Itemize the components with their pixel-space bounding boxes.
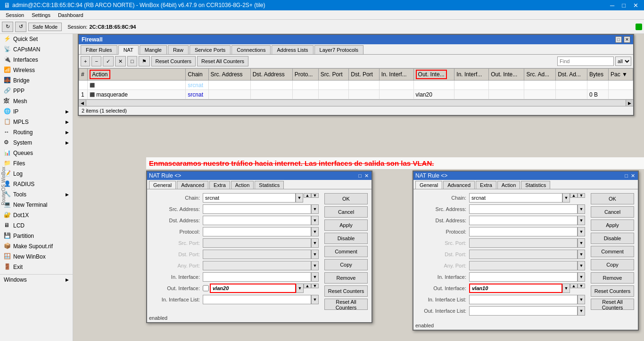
form2-outifacelist-input[interactable] — [469, 306, 578, 316]
minimize-button[interactable]: ─ — [608, 2, 616, 9]
dialog2-reset-all-counters-button[interactable]: Reset All Counters — [591, 299, 634, 310]
dialog2-cancel-button[interactable]: Cancel — [591, 206, 634, 218]
dialog2-tab-statistics[interactable]: Statistics — [521, 181, 550, 189]
sidebar-item-queues[interactable]: 📊 Queues — [0, 148, 73, 158]
disable-rule-button[interactable]: ✕ — [115, 56, 126, 66]
form1-dstaddr-arrow[interactable]: ▼ — [311, 216, 319, 225]
form2-outiface-arrow[interactable]: ▼ — [562, 284, 570, 293]
scroll-left-btn[interactable]: ◀ — [79, 100, 86, 106]
table-row[interactable]: 0 ⬛ masquerade srcnat — [79, 81, 633, 90]
sidebar-item-quickset[interactable]: ⚡ Quick Set — [0, 34, 73, 44]
dialog1-ok-button[interactable]: OK — [324, 193, 368, 204]
form1-outiface-checkbox[interactable] — [203, 284, 209, 293]
form1-srcport-arrow[interactable]: ▼ — [311, 238, 319, 248]
form2-anyport-input[interactable] — [469, 261, 578, 270]
tab-raw[interactable]: Raw — [168, 45, 189, 54]
form1-chain-input[interactable] — [203, 193, 296, 203]
sidebar-item-mpls[interactable]: 📋 MPLS ▶ — [0, 117, 73, 127]
sidebar-item-supout[interactable]: 📦 Make Supout.rif — [0, 241, 73, 252]
dialog1-cancel-button[interactable]: Cancel — [324, 206, 368, 218]
dialog1-tab-action[interactable]: Action — [231, 181, 254, 189]
form2-dstport-input[interactable] — [469, 250, 578, 259]
sidebar-item-routing[interactable]: ↔ Routing ▶ — [0, 127, 73, 138]
form2-iniface-input[interactable] — [469, 272, 578, 282]
form2-dstport-arrow[interactable]: ▼ — [578, 250, 585, 259]
form2-srcaddr-arrow[interactable]: ▼ — [578, 204, 585, 214]
form1-chain-dn-arrow[interactable]: ▼ — [311, 193, 319, 198]
form1-iniface-input[interactable] — [203, 272, 311, 282]
form1-dstport-arrow[interactable]: ▼ — [311, 250, 319, 259]
sidebar-item-capsman[interactable]: 📡 CAPsMAN — [0, 44, 73, 55]
form2-chain-dn[interactable]: ▼ — [578, 193, 585, 198]
form2-inifacelist-input[interactable] — [469, 295, 578, 304]
dialog1-maximize-btn[interactable]: □ — [357, 173, 363, 179]
filter-button[interactable]: ⚑ — [139, 56, 150, 66]
sidebar-item-wireless[interactable]: 📶 Wireless — [0, 65, 73, 75]
table-hscrollbar[interactable]: ◀ ▶ — [79, 99, 633, 106]
sidebar-item-files[interactable]: 📁 Files — [0, 158, 73, 169]
form2-chain-input[interactable] — [469, 193, 562, 203]
menu-session[interactable]: Session — [2, 11, 28, 19]
form2-dstaddr-input[interactable] — [469, 216, 578, 225]
tab-filter-rules[interactable]: Filter Rules — [81, 45, 117, 54]
reset-counters-button[interactable]: Reset Counters — [151, 56, 196, 66]
fw-maximize-button[interactable]: □ — [615, 36, 622, 43]
dialog2-remove-button[interactable]: Remove — [591, 272, 634, 284]
dialog1-disable-button[interactable]: Disable — [324, 233, 368, 244]
maximize-button[interactable]: □ — [620, 2, 627, 9]
form1-dstaddr-input[interactable] — [203, 216, 311, 225]
form2-chain-up[interactable]: ▲ — [570, 193, 578, 198]
form2-dstaddr-arrow[interactable]: ▼ — [578, 216, 585, 225]
tab-nat[interactable]: NAT — [118, 45, 139, 55]
form1-proto-arrow[interactable]: ▼ — [311, 227, 319, 236]
table-row[interactable]: 1 ⬛ masquerade srcnat — [79, 90, 633, 99]
tab-mangle[interactable]: Mangle — [140, 45, 167, 54]
fw-close-button[interactable]: ✕ — [624, 36, 630, 43]
form1-anyport-arrow[interactable]: ▼ — [311, 261, 319, 270]
dialog2-tab-general[interactable]: General — [415, 181, 442, 189]
form1-dstport-input[interactable] — [203, 250, 311, 259]
form1-inifacelist-arrow[interactable]: ▼ — [311, 295, 319, 304]
safe-mode-button[interactable]: Safe Mode — [28, 23, 62, 31]
find-input[interactable] — [557, 57, 614, 66]
sidebar-item-exit[interactable]: 🚪 Exit — [0, 262, 73, 272]
scroll-right-btn[interactable]: ▶ — [626, 100, 633, 106]
dialog2-tab-extra[interactable]: Extra — [476, 181, 496, 189]
sidebar-item-dot1x[interactable]: 🔐 Dot1X — [0, 210, 73, 220]
sidebar-item-tools[interactable]: 🔧 Tools ▶ — [0, 189, 73, 200]
form2-iniface-arrow[interactable]: ▼ — [578, 272, 585, 282]
dialog1-apply-button[interactable]: Apply — [324, 219, 368, 231]
dialog2-maximize-btn[interactable]: □ — [624, 173, 629, 179]
dialog2-disable-button[interactable]: Disable — [591, 233, 634, 244]
dialog2-ok-button[interactable]: OK — [591, 193, 634, 204]
form1-srcport-input[interactable] — [203, 238, 311, 248]
form1-srcaddr-input[interactable] — [203, 204, 311, 214]
form1-iniface-arrow[interactable]: ▼ — [311, 272, 319, 282]
add-rule-button[interactable]: + — [81, 56, 90, 66]
refresh-button[interactable]: ↻ — [2, 22, 13, 32]
form1-anyport-input[interactable] — [203, 261, 311, 270]
form2-srcport-input[interactable] — [469, 238, 578, 248]
form1-outiface-input[interactable] — [210, 284, 296, 293]
enable-rule-button[interactable]: ✓ — [103, 56, 114, 66]
sidebar-item-ppp[interactable]: 🔗 PPP — [0, 86, 73, 96]
dialog2-reset-counters-button[interactable]: Reset Counters — [591, 285, 634, 297]
remove-rule-button[interactable]: − — [91, 56, 101, 66]
back-button[interactable]: ↺ — [15, 22, 26, 32]
form2-outiface-up[interactable]: ▲ — [570, 284, 578, 288]
dialog1-tab-advanced[interactable]: Advanced — [177, 181, 208, 189]
close-button[interactable]: ✕ — [631, 2, 640, 9]
dialog1-comment-button[interactable]: Comment — [324, 246, 368, 257]
form2-srcaddr-input[interactable] — [469, 204, 578, 214]
form2-srcport-arrow[interactable]: ▼ — [578, 238, 585, 248]
dialog2-copy-button[interactable]: Copy — [591, 259, 634, 270]
form1-outiface-dn[interactable]: ▼ — [311, 284, 319, 288]
menu-dashboard[interactable]: Dashboard — [54, 11, 87, 19]
form1-srcaddr-arrow[interactable]: ▼ — [311, 204, 319, 214]
dialog1-tab-statistics[interactable]: Statistics — [255, 181, 284, 189]
reset-all-counters-button[interactable]: Reset All Counters — [197, 56, 248, 66]
form1-outiface-arrow[interactable]: ▼ — [296, 284, 304, 293]
sidebar-item-newterminal[interactable]: 💻 New Terminal — [0, 200, 73, 210]
tab-layer7[interactable]: Layer7 Protocols — [314, 45, 364, 54]
sidebar-item-mesh[interactable]: 🕸 Mesh — [0, 96, 73, 106]
